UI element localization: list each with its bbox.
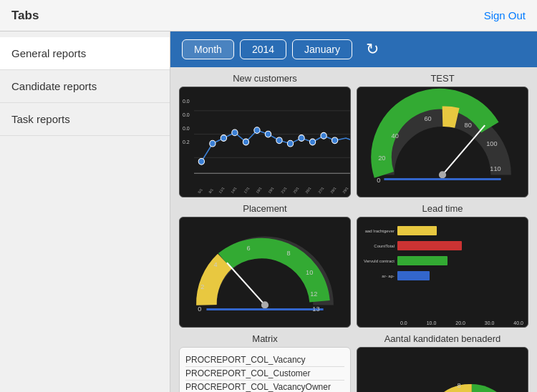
y-label-1: 0.0	[183, 99, 190, 104]
svg-point-15	[321, 132, 326, 139]
app-title: Tabs	[11, 9, 39, 23]
svg-text:8: 8	[287, 250, 291, 257]
sidebar-item-task[interactable]: Task reports	[0, 103, 170, 136]
svg-point-10	[265, 131, 271, 137]
svg-point-8	[243, 139, 248, 145]
bar-1	[397, 226, 437, 235]
x-axis-new-customers: 5/1 8/1 11/1 14/1 17/1 18/1 19/1 21/1 25…	[197, 192, 349, 196]
matrix-row-1: PROCREPORT_COL_Customer	[185, 367, 344, 381]
matrix-row-2: PROCREPORT_COL_VacancyOwner	[185, 381, 344, 392]
svg-text:110: 110	[490, 165, 500, 172]
bar-3	[397, 256, 448, 265]
chart-matrix-title: Matrix	[252, 333, 277, 344]
svg-point-28	[261, 301, 268, 308]
pie-chart-svg: 6 8 4	[357, 348, 528, 392]
bar-row-1: aad lrachtgever	[357, 226, 522, 235]
y-label-3: 0.0	[183, 126, 190, 131]
app-header: Tabs Sign Out	[0, 0, 537, 31]
svg-point-6	[221, 135, 226, 142]
refresh-button[interactable]: ↻	[361, 38, 384, 61]
svg-line-27	[227, 263, 265, 305]
svg-text:2: 2	[200, 283, 204, 290]
month-button[interactable]: Month	[182, 39, 234, 59]
test-gauge-svg: 0 20 40 60 80 100 110	[357, 87, 528, 197]
refresh-icon: ↻	[366, 40, 379, 59]
svg-point-14	[309, 139, 315, 145]
svg-point-11	[276, 137, 282, 144]
chart-lead-time-title: Lead time	[422, 203, 463, 214]
chart-lead-time: Lead time aad lrachtgever CountTotal	[357, 203, 528, 328]
signout-link[interactable]: Sign Out	[484, 9, 526, 21]
svg-text:13: 13	[312, 305, 319, 313]
svg-point-13	[299, 135, 304, 142]
svg-text:10: 10	[306, 269, 313, 276]
y-label-2: 0.0	[183, 112, 190, 117]
svg-line-17	[442, 125, 485, 175]
svg-text:4: 4	[214, 261, 218, 268]
bar-row-3: Vervuld contract	[357, 256, 522, 265]
content-area: Month 2014 January ↻ New customers 0.0 0…	[170, 31, 537, 392]
svg-point-7	[232, 129, 238, 136]
bar-row-4: ar- ap-	[357, 271, 522, 280]
chart-test-box: 0 20 40 60 80 100 110	[357, 87, 528, 197]
sidebar: General reports Candidate reports Task r…	[0, 31, 170, 392]
svg-point-16	[332, 137, 337, 144]
charts-grid: New customers 0.0 0.0 0.0 0.2	[170, 67, 537, 392]
svg-text:100: 100	[486, 140, 497, 147]
chart-test-title: TEST	[430, 73, 454, 84]
sidebar-item-candidate[interactable]: Candidate reports	[0, 70, 170, 103]
matrix-row-0: PROCREPORT_COL_Vacancy	[185, 353, 344, 367]
bar-2	[397, 241, 462, 250]
svg-point-5	[210, 140, 216, 147]
year-button[interactable]: 2014	[240, 39, 286, 59]
svg-point-12	[287, 140, 293, 147]
svg-text:20: 20	[378, 155, 385, 162]
svg-point-4	[198, 158, 204, 165]
chart-aantal-box: 6 8 4	[357, 347, 528, 392]
svg-text:40: 40	[392, 132, 399, 139]
main-layout: General reports Candidate reports Task r…	[0, 31, 537, 392]
svg-point-18	[439, 171, 446, 178]
chart-new-customers-box: 0.0 0.0 0.0 0.2	[179, 87, 351, 197]
line-chart-svg	[194, 87, 351, 197]
svg-text:80: 80	[465, 122, 472, 129]
bar-row-2: CountTotal	[357, 241, 522, 250]
svg-text:60: 60	[425, 115, 432, 122]
placement-gauge-svg: 0 2 4 6 8 10 12 13	[180, 217, 350, 327]
chart-placement-box: 0 2 4 6 8 10 12 13	[179, 217, 351, 328]
chart-matrix-box: PROCREPORT_COL_Vacancy PROCREPORT_COL_Cu…	[179, 347, 351, 392]
chart-test: TEST 0	[357, 73, 528, 197]
topbar: Month 2014 January ↻	[170, 31, 537, 67]
chart-lead-time-box: aad lrachtgever CountTotal Vervuld contr…	[357, 217, 528, 328]
chart-new-customers-title: New customers	[233, 73, 297, 84]
y-label-4: 0.2	[183, 139, 190, 144]
svg-text:12: 12	[310, 290, 317, 298]
bar-4	[397, 271, 430, 280]
svg-point-9	[254, 127, 260, 134]
month-name-button[interactable]: January	[292, 39, 352, 59]
chart-placement: Placement 0	[179, 203, 351, 328]
bar-x-axis: 0.0 10.0 20.0 30.0 40.0	[400, 320, 523, 325]
chart-matrix: Matrix PROCREPORT_COL_Vacancy PROCREPORT…	[179, 333, 351, 392]
chart-new-customers: New customers 0.0 0.0 0.0 0.2	[179, 73, 351, 197]
chart-aantal-title: Aantal kandidaten benaderd	[384, 333, 501, 344]
svg-text:0: 0	[377, 177, 380, 184]
svg-text:0: 0	[198, 305, 201, 313]
svg-text:6: 6	[247, 245, 251, 252]
chart-aantal: Aantal kandidaten benaderd 6 8 4	[357, 333, 528, 392]
sidebar-item-general[interactable]: General reports	[0, 37, 170, 70]
chart-placement-title: Placement	[243, 203, 286, 214]
bar-chart-area: aad lrachtgever CountTotal Vervuld contr…	[357, 223, 522, 314]
svg-text:8: 8	[457, 382, 460, 389]
